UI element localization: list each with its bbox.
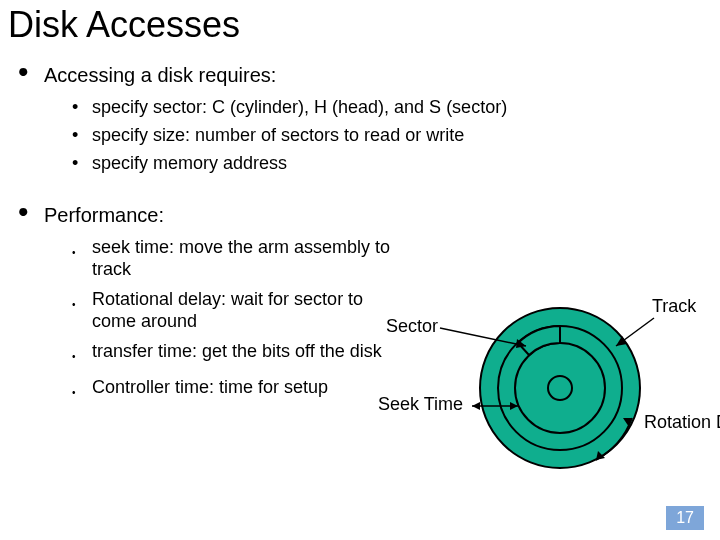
disk-svg	[400, 288, 720, 498]
item-text: Controller time: time for setup	[92, 376, 328, 398]
label-rotation-delay-text: Rotation Delay	[644, 412, 720, 432]
item-text: specify memory address	[92, 152, 287, 174]
bullet-dot: •	[18, 202, 32, 222]
list-item: • specify sector: C (cylinder), H (head)…	[72, 96, 720, 118]
bullet-accessing: • Accessing a disk requires:	[18, 62, 720, 88]
label-rotation-delay: Rotation Delay	[644, 412, 720, 432]
page-number: 17	[666, 506, 704, 530]
list-item: • transfer time: get the bits off the di…	[72, 340, 396, 368]
list-item: • Controller time: time for setup	[72, 376, 396, 404]
disk-diagram: Sector Track Seek Time Rotation Delay	[400, 288, 720, 498]
bullet-dot: •	[18, 62, 32, 82]
slide-title: Disk Accesses	[0, 0, 720, 56]
section2-subitems: • seek time: move the arm assembly to tr…	[18, 236, 396, 404]
bullet-performance: • Performance:	[18, 202, 720, 228]
arrowhead-icon	[472, 402, 480, 410]
bullet-dot: •	[72, 124, 82, 146]
bullet-dot: •	[72, 242, 82, 264]
list-item: • specify size: number of sectors to rea…	[72, 124, 720, 146]
bullet-dot: •	[72, 96, 82, 118]
list-item: • Rotational delay: wait for sector to c…	[72, 288, 396, 332]
item-text: Rotational delay: wait for sector to com…	[92, 288, 392, 332]
bullet-dot: •	[72, 382, 82, 404]
label-track: Track	[652, 296, 696, 317]
list-item: • specify memory address	[72, 152, 720, 174]
item-text: specify sector: C (cylinder), H (head), …	[92, 96, 507, 118]
bullet-dot: •	[72, 152, 82, 174]
item-text: seek time: move the arm assembly to trac…	[92, 236, 392, 280]
section1-subitems: • specify sector: C (cylinder), H (head)…	[18, 96, 720, 174]
bullet-dot: •	[72, 294, 82, 316]
label-seek-time: Seek Time	[378, 394, 463, 415]
section2-heading: Performance:	[44, 202, 164, 228]
item-text: specify size: number of sectors to read …	[92, 124, 464, 146]
bullet-dot: •	[72, 346, 82, 368]
label-sector: Sector	[386, 316, 438, 337]
list-item: • seek time: move the arm assembly to tr…	[72, 236, 396, 280]
item-text: transfer time: get the bits off the disk	[92, 340, 382, 362]
section1-heading: Accessing a disk requires:	[44, 62, 276, 88]
